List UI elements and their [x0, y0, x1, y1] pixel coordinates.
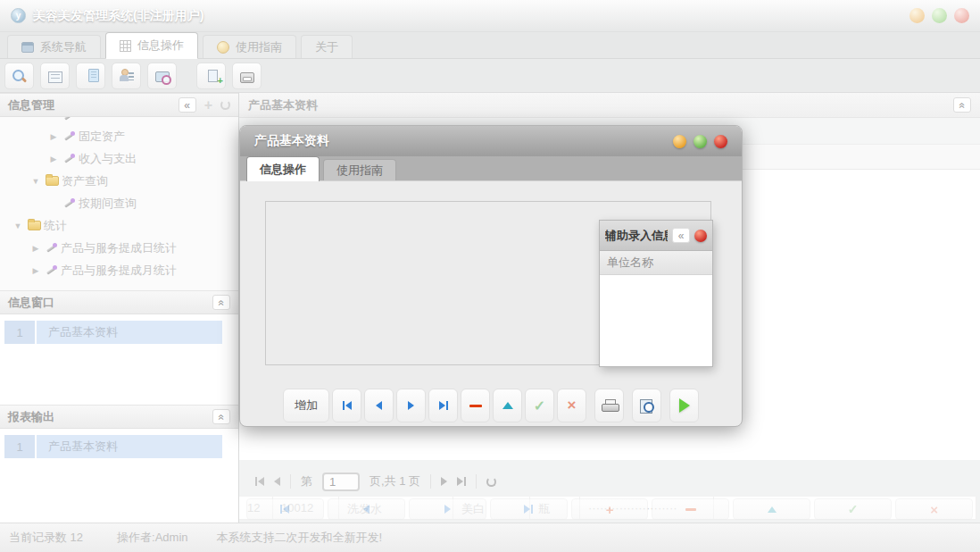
collapse-up-icon[interactable]: «: [212, 409, 230, 424]
list-item-number: 1: [4, 321, 35, 344]
wand-icon: [63, 197, 76, 210]
post-record-button[interactable]: [733, 498, 810, 520]
next-page-icon[interactable]: [441, 477, 447, 486]
tree-item-daily-commission[interactable]: ▶ 产品与服务提成日统计: [0, 237, 238, 259]
minimize-button[interactable]: [909, 8, 925, 23]
monitor-search-button[interactable]: [147, 63, 177, 89]
first-record-button[interactable]: [246, 498, 324, 520]
print-button[interactable]: [594, 389, 624, 422]
chevron-down-icon[interactable]: ▼: [11, 222, 25, 230]
dialog-titlebar[interactable]: 产品基本资料: [240, 126, 742, 156]
archive-icon: [240, 72, 254, 83]
refresh-icon[interactable]: [486, 477, 496, 487]
chevron-down-icon[interactable]: ▼: [29, 177, 43, 186]
list-item[interactable]: 1 产品基本资料: [4, 321, 222, 344]
dialog-tab-info-ops[interactable]: 信息操作: [246, 156, 320, 181]
wand-icon: [63, 117, 76, 122]
prev-record-button[interactable]: [328, 498, 405, 520]
page-title: 产品基本资料: [248, 97, 318, 113]
delete-record-button[interactable]: [652, 498, 729, 520]
status-bar: 当前记录数 12 操作者:Admin 本系统支持二次开发和全新开发!: [0, 523, 980, 552]
next-record-icon: [408, 401, 414, 410]
next-record-button[interactable]: [409, 498, 486, 520]
delete-record-button[interactable]: [461, 389, 490, 422]
window-icon: [21, 42, 34, 53]
tree-item-monthly-commission[interactable]: ▶ 产品与服务提成月统计: [0, 259, 238, 281]
wand-icon: [63, 130, 76, 143]
tree-item-label: 产品与服务提成日统计: [61, 240, 177, 256]
tab-label: 信息操作: [260, 162, 306, 178]
close-button[interactable]: [694, 230, 707, 242]
panel-title: 信息管理: [8, 97, 54, 113]
list-item[interactable]: 1 产品基本资料: [4, 435, 222, 458]
run-button[interactable]: [669, 389, 699, 422]
add-button[interactable]: 增加: [283, 389, 329, 422]
document-add-icon: [208, 70, 218, 82]
add-record-button[interactable]: +: [571, 498, 649, 520]
preview-button[interactable]: [632, 389, 661, 422]
unit-name-column-header[interactable]: 单位名称: [600, 251, 712, 275]
tab-info-ops[interactable]: 信息操作: [105, 32, 198, 59]
wand-icon: [46, 264, 58, 277]
chevron-right-icon[interactable]: ▶: [46, 155, 61, 163]
tree-item-fixed-assets[interactable]: ▶ 固定资产: [0, 125, 238, 147]
first-record-button[interactable]: [332, 389, 361, 422]
maximize-button[interactable]: [932, 8, 947, 23]
grid-icon: [120, 40, 131, 52]
tree-item-label: 统计: [44, 218, 67, 234]
last-record-button[interactable]: [428, 389, 458, 422]
archive-button[interactable]: [232, 63, 262, 89]
cancel-button[interactable]: ×: [895, 498, 973, 520]
panel-title: 报表输出: [8, 409, 54, 425]
prev-record-button[interactable]: [364, 389, 394, 422]
product-dialog: 产品基本资料 信息操作 使用指南 辅助录入信息 «: [239, 125, 743, 427]
first-page-icon[interactable]: [255, 477, 264, 486]
last-record-button[interactable]: [490, 498, 568, 520]
plus-icon[interactable]: +: [204, 97, 212, 113]
collapse-up-icon[interactable]: «: [212, 295, 230, 310]
tree-item-statistics[interactable]: ▼ 统计: [0, 214, 238, 237]
pagination-separator: [476, 474, 477, 489]
search-button[interactable]: [4, 63, 34, 89]
helper-panel-header: 辅助录入信息 «: [600, 221, 712, 251]
list-item-label: 产品基本资料: [37, 435, 222, 458]
user-report-icon: [119, 69, 134, 83]
close-button[interactable]: [714, 135, 727, 148]
list-view-button[interactable]: [40, 63, 70, 89]
user-report-button[interactable]: [112, 63, 141, 89]
dialog-tab-user-guide[interactable]: 使用指南: [323, 159, 396, 180]
chevron-right-icon[interactable]: ▶: [29, 266, 43, 275]
collapse-left-icon[interactable]: «: [672, 228, 690, 243]
prev-page-icon[interactable]: [274, 477, 280, 486]
chevron-right-icon[interactable]: ▶: [29, 244, 43, 253]
maximize-button[interactable]: [693, 135, 707, 148]
post-record-button[interactable]: [493, 389, 522, 422]
tree-item-asset-query[interactable]: ▼ 资产查询: [0, 170, 238, 192]
tree-item-period-query[interactable]: 按期间查询: [0, 192, 238, 214]
last-page-icon[interactable]: [457, 477, 466, 486]
page-label-suffix: 页,共 1 页: [370, 473, 420, 489]
column-header-label: 单位名称: [607, 255, 653, 271]
page-number-input[interactable]: [322, 473, 360, 491]
confirm-button[interactable]: ✓: [814, 498, 892, 520]
tree-item-income-expense[interactable]: ▶ 收入与支出: [0, 147, 238, 170]
tab-about[interactable]: 关于: [301, 35, 353, 58]
collapse-left-icon[interactable]: «: [179, 97, 196, 113]
post-icon: [502, 402, 513, 409]
document-button[interactable]: [76, 63, 105, 89]
close-button[interactable]: [954, 8, 969, 23]
cancel-button[interactable]: ×: [557, 389, 586, 422]
titlebar: y 美容美发管理系统(非注册用户): [0, 0, 980, 32]
next-record-button[interactable]: [396, 389, 426, 422]
minimize-button[interactable]: [673, 135, 686, 148]
tab-user-guide[interactable]: 使用指南: [203, 35, 296, 58]
chevron-right-icon[interactable]: ▶: [46, 132, 61, 141]
collapse-up-icon[interactable]: «: [953, 97, 971, 113]
refresh-icon[interactable]: [220, 100, 230, 110]
first-record-icon: [343, 401, 352, 410]
tab-label: 信息操作: [137, 38, 184, 54]
folder-icon: [28, 221, 41, 230]
tab-system-nav[interactable]: 系统导航: [7, 35, 101, 58]
document-add-button[interactable]: [196, 63, 226, 89]
confirm-button[interactable]: ✓: [525, 389, 554, 422]
